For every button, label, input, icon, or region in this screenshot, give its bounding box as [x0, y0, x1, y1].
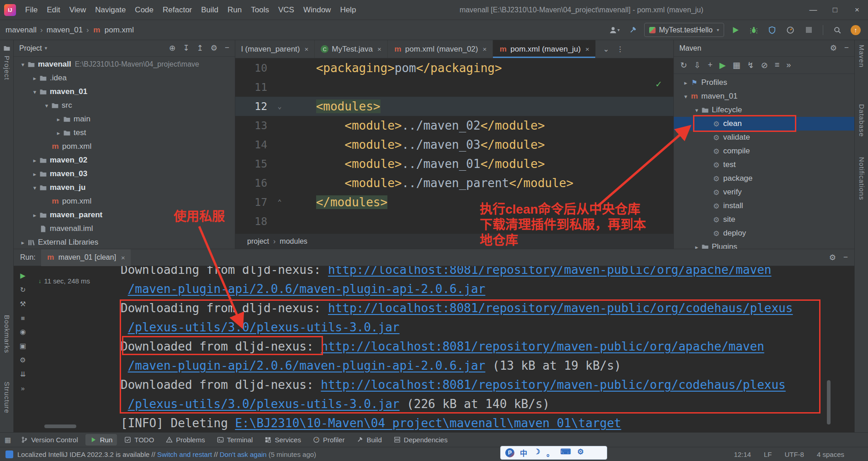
- breadcrumb-item[interactable]: modules: [280, 237, 307, 246]
- tree-item-mavenall[interactable]: ▾mavenallE:\BJ2310\10-Maven\04_project\m…: [14, 58, 235, 71]
- tool-window-switcher-icon[interactable]: ▦: [5, 436, 11, 444]
- tree-item-maven-parent[interactable]: ▸maven_parent: [14, 208, 235, 222]
- project-tool-icon[interactable]: [3, 45, 11, 52]
- status-widget-lf[interactable]: LF: [764, 451, 772, 458]
- tree-item-plugins[interactable]: ▸Plugins: [674, 240, 854, 249]
- chevron-right-icon[interactable]: ▸: [30, 212, 39, 219]
- chevron-right-icon[interactable]: ▸: [681, 79, 690, 86]
- minimize-button[interactable]: —: [802, 0, 824, 20]
- tree-item-package[interactable]: ⚙package: [674, 172, 854, 185]
- build-icon[interactable]: ⚒: [20, 300, 26, 308]
- chevron-down-icon[interactable]: ▾: [30, 184, 39, 191]
- add-goal-icon[interactable]: +: [708, 60, 713, 70]
- breadcrumb-item-maven-01[interactable]: maven_01: [47, 26, 83, 35]
- close-tab-icon[interactable]: ×: [305, 45, 309, 53]
- tab-options-icon[interactable]: ⋮: [616, 45, 624, 53]
- tree-item-verify[interactable]: ⚙verify: [674, 185, 854, 199]
- stop-button[interactable]: [802, 23, 815, 37]
- search-everywhere-button[interactable]: [831, 23, 844, 37]
- console-link[interactable]: /plexus-utils/3.0/plexus-utils-3.0.jar: [128, 397, 400, 411]
- tree-item-clean[interactable]: ⚙clean: [674, 117, 854, 131]
- tool-tab-run[interactable]: Run: [85, 434, 117, 445]
- tree-item-mavenall-iml[interactable]: mavenall.iml: [14, 222, 235, 236]
- menu-code[interactable]: Code: [130, 4, 158, 16]
- close-tab-icon[interactable]: ×: [585, 45, 589, 53]
- menu-run[interactable]: Run: [223, 4, 246, 16]
- console-link[interactable]: /plexus-utils/3.0/plexus-utils-3.0.jar: [128, 320, 400, 334]
- editor-tab-mytest-java[interactable]: CMyTest.java×: [315, 40, 388, 58]
- build-hammer-icon[interactable]: [626, 23, 640, 37]
- expand-all-icon[interactable]: ↧: [183, 43, 189, 53]
- menu-file[interactable]: File: [21, 4, 42, 16]
- inspect-icon[interactable]: ◉: [20, 328, 26, 336]
- menu-help[interactable]: Help: [335, 4, 360, 16]
- close-tab-icon[interactable]: ×: [121, 254, 125, 262]
- close-button[interactable]: ×: [846, 0, 868, 20]
- collapse-all-icon[interactable]: ≡: [775, 60, 780, 70]
- fold-marker-icon[interactable]: ⌃: [272, 198, 287, 206]
- code-editor[interactable]: 10 <packaging>pom</packaging>1112⌄ <modu…: [235, 58, 673, 234]
- run-config-select[interactable]: MyTest.testHello ▾: [644, 23, 724, 37]
- ime-button[interactable]: 中: [520, 447, 527, 458]
- tree-item-src[interactable]: ▾src: [14, 99, 235, 112]
- ide-update-button[interactable]: ↑: [849, 23, 863, 37]
- chevron-right-icon[interactable]: ▸: [692, 244, 701, 249]
- fold-marker-icon[interactable]: ⌄: [272, 102, 287, 110]
- download-sources-icon[interactable]: ⇩: [694, 60, 701, 70]
- chevron-right-icon[interactable]: ▸: [30, 75, 39, 82]
- chevron-down-icon[interactable]: ▾: [30, 89, 39, 95]
- settings-icon[interactable]: ⚙: [829, 253, 836, 262]
- tool-tab-build[interactable]: Build: [352, 434, 386, 445]
- menu-window[interactable]: Window: [299, 4, 335, 16]
- more-icon[interactable]: »: [21, 384, 25, 392]
- chevron-down-icon[interactable]: ▾: [18, 61, 27, 68]
- tool-tab-terminal[interactable]: Terminal: [212, 434, 258, 445]
- tool-stripe-structure[interactable]: Structure: [3, 382, 11, 414]
- ime-button[interactable]: ⌨: [560, 447, 571, 458]
- execute-goal-icon[interactable]: ▦: [733, 60, 741, 70]
- more-icon[interactable]: »: [786, 60, 791, 70]
- event-icon[interactable]: [5, 451, 13, 458]
- console-hscrollbar[interactable]: [44, 424, 76, 428]
- chevron-down-icon[interactable]: ▾: [692, 107, 701, 114]
- tool-stripe-bookmarks[interactable]: Bookmarks: [3, 315, 11, 353]
- tool-tab-todo[interactable]: TODO: [120, 434, 159, 445]
- ime-button[interactable]: ☽: [534, 447, 540, 458]
- settings-icon[interactable]: ⚙: [211, 43, 217, 53]
- tree-item-pom-xml[interactable]: mpom.xml: [14, 140, 235, 153]
- chevron-down-icon[interactable]: ▾: [42, 102, 51, 109]
- tool-tab-profiler[interactable]: Profiler: [308, 434, 349, 445]
- menu-view[interactable]: View: [65, 4, 91, 16]
- chevron-down-icon[interactable]: ▾: [45, 45, 48, 51]
- hide-panel-icon[interactable]: −: [843, 253, 848, 262]
- menu-navigate[interactable]: Navigate: [90, 4, 130, 16]
- tree-item-profiles[interactable]: ▸⚑Profiles: [674, 76, 854, 89]
- tool-tab-problems[interactable]: Problems: [161, 434, 209, 445]
- tree-item-lifecycle[interactable]: ▾Lifecycle: [674, 103, 854, 117]
- tool-stripe-notifications[interactable]: Notifications: [858, 157, 866, 200]
- run-goal-icon[interactable]: ▶: [720, 60, 726, 70]
- editor-tab-pom-xml-maven-ju[interactable]: mpom.xml (maven_ju)×: [493, 40, 596, 58]
- close-tab-icon[interactable]: ×: [482, 45, 487, 53]
- user-icon[interactable]: ▾: [608, 23, 621, 37]
- rerun-failed-icon[interactable]: ↻: [20, 286, 26, 294]
- status-widget-utf-8[interactable]: UTF-8: [784, 451, 804, 458]
- console-link[interactable]: E:\BJ2310\10-Maven\04_project\mavenall\m…: [235, 416, 621, 430]
- rerun-icon[interactable]: ▶: [20, 272, 26, 280]
- ime-toolbar[interactable]: P 中☽。⌨⚙: [500, 446, 607, 460]
- scroll-end-icon[interactable]: ⇊: [20, 370, 26, 378]
- tool-tab-dependencies[interactable]: Dependencies: [389, 434, 452, 445]
- chevron-right-icon[interactable]: ▸: [54, 130, 63, 136]
- project-panel-title[interactable]: Project: [19, 44, 42, 52]
- tree-item-install[interactable]: ⚙install: [674, 199, 854, 213]
- debug-button[interactable]: [747, 23, 761, 37]
- offline-mode-icon[interactable]: ⊘: [761, 60, 768, 70]
- tree-item-main[interactable]: ▸main: [14, 112, 235, 126]
- console-link[interactable]: /maven-plugin-api/2.0.6/maven-plugin-api…: [128, 359, 486, 372]
- ime-button[interactable]: ⚙: [577, 447, 583, 458]
- console-link[interactable]: /maven-plugin-api/2.0.6/maven-plugin-api…: [128, 282, 486, 296]
- console[interactable]: Downloading from dljd-nexus: http://loca…: [32, 266, 854, 432]
- tool-stripe-project[interactable]: Project: [3, 56, 11, 80]
- status-widget-4-spaces[interactable]: 4 spaces: [817, 451, 844, 458]
- tool-tab-services[interactable]: Services: [260, 434, 306, 445]
